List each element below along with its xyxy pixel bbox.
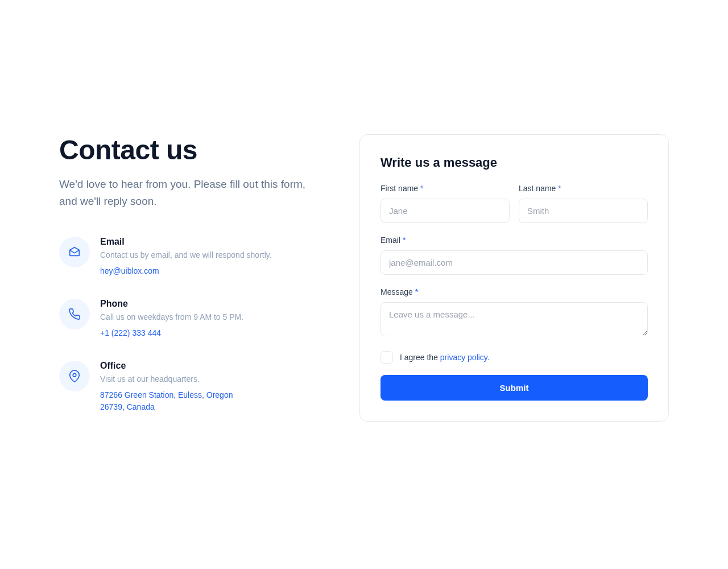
svg-point-0 xyxy=(73,373,76,377)
office-desc: Visit us at our headquarters. xyxy=(100,374,233,384)
email-label: Email * xyxy=(380,236,648,245)
contact-email-item: Email Contact us by email, and we will r… xyxy=(59,237,332,277)
agree-text: I agree the privacy policy. xyxy=(400,353,490,362)
contact-form-card: Write us a message First name * Last nam… xyxy=(359,134,669,422)
envelope-icon xyxy=(59,237,90,267)
office-line1: 87266 Green Station, Euless, Oregon xyxy=(100,390,233,399)
email-input[interactable] xyxy=(380,250,648,275)
office-address-link[interactable]: 87266 Green Station, Euless, Oregon 2673… xyxy=(100,389,233,413)
office-title: Office xyxy=(100,361,233,371)
office-line2: 26739, Canada xyxy=(100,402,155,411)
phone-link[interactable]: +1 (222) 333 444 xyxy=(100,327,161,339)
email-desc: Contact us by email, and we will respond… xyxy=(100,250,272,259)
submit-button[interactable]: Submit xyxy=(380,375,648,401)
first-name-label: First name * xyxy=(380,184,510,193)
agree-checkbox[interactable] xyxy=(380,351,393,364)
message-label: Message * xyxy=(380,287,648,296)
form-title: Write us a message xyxy=(380,155,648,170)
first-name-input[interactable] xyxy=(380,199,510,223)
page-title: Contact us xyxy=(59,134,332,166)
privacy-policy-link[interactable]: privacy policy. xyxy=(440,353,490,362)
page-subtitle: We'd love to hear from you. Please fill … xyxy=(59,176,326,209)
email-title: Email xyxy=(100,237,272,247)
contact-office-item: Office Visit us at our headquarters. 872… xyxy=(59,361,332,413)
map-pin-icon xyxy=(59,361,90,391)
email-link[interactable]: hey@uiblox.com xyxy=(100,265,159,277)
contact-phone-item: Phone Call us on weekdays from 9 AM to 5… xyxy=(59,299,332,339)
last-name-label: Last name * xyxy=(519,184,648,193)
phone-icon xyxy=(59,299,90,329)
last-name-input[interactable] xyxy=(519,199,648,223)
phone-title: Phone xyxy=(100,299,243,309)
message-textarea[interactable] xyxy=(380,302,648,336)
phone-desc: Call us on weekdays from 9 AM to 5 PM. xyxy=(100,312,243,321)
